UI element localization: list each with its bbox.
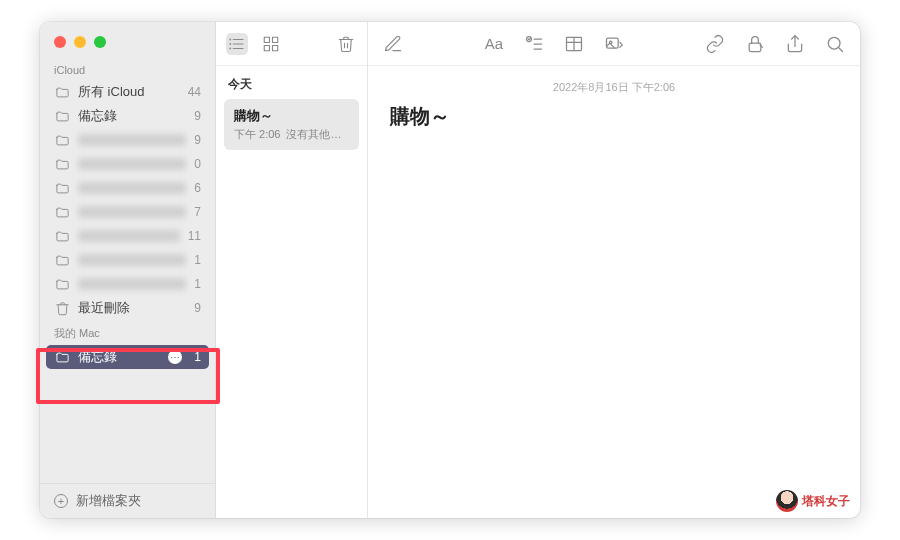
folder-icon	[54, 204, 70, 220]
folder-icon	[54, 276, 70, 292]
compose-icon[interactable]	[382, 33, 404, 55]
folder-count: 7	[194, 205, 201, 219]
table-icon[interactable]	[563, 33, 585, 55]
sidebar-item-folder[interactable]: 所有 iCloud 44	[40, 80, 215, 104]
folder-label	[78, 182, 186, 194]
grid-view-icon[interactable]	[260, 33, 282, 55]
note-timestamp: 2022年8月16日 下午2:06	[390, 80, 838, 95]
sidebar-item-trash[interactable]: 最近刪除 9	[40, 296, 215, 320]
folder-count: 6	[194, 181, 201, 195]
app-window: iCloud 所有 iCloud 44 備忘錄 9 9 0 6	[40, 22, 860, 518]
folder-icon	[54, 108, 70, 124]
note-item-title: 購物～	[234, 107, 349, 125]
sidebar-section-label: iCloud	[40, 58, 215, 80]
folder-count: 1	[194, 350, 201, 364]
svg-point-3	[230, 39, 231, 40]
media-icon[interactable]	[603, 33, 625, 55]
close-window-button[interactable]	[54, 36, 66, 48]
trash-icon[interactable]	[335, 33, 357, 55]
folder-label	[78, 278, 186, 290]
note-item-time: 下午 2:06	[234, 127, 280, 142]
svg-rect-7	[273, 37, 278, 42]
folder-label: 備忘錄	[78, 107, 186, 125]
folder-icon	[54, 132, 70, 148]
sidebar-item-folder[interactable]: 1	[40, 272, 215, 296]
folder-icon	[54, 156, 70, 172]
folder-count: 9	[194, 301, 201, 315]
lock-icon[interactable]	[744, 33, 766, 55]
folder-label	[78, 230, 180, 242]
sidebar-item-folder[interactable]: 1	[40, 248, 215, 272]
folder-icon	[54, 252, 70, 268]
svg-point-4	[230, 43, 231, 44]
search-icon[interactable]	[824, 33, 846, 55]
folder-icon	[54, 349, 70, 365]
sidebar-item-folder[interactable]: 7	[40, 200, 215, 224]
folder-count: 1	[194, 253, 201, 267]
folder-label	[78, 158, 186, 170]
notes-date-header: 今天	[216, 66, 367, 99]
folder-label: 備忘錄	[78, 348, 160, 366]
list-view-icon[interactable]	[226, 33, 248, 55]
svg-rect-19	[749, 43, 761, 51]
folder-icon	[54, 228, 70, 244]
folder-count: 44	[188, 85, 201, 99]
link-icon[interactable]	[704, 33, 726, 55]
maximize-window-button[interactable]	[94, 36, 106, 48]
format-text-icon[interactable]: Aa	[483, 33, 505, 55]
note-title: 購物～	[390, 103, 838, 130]
editor-column: Aa	[368, 22, 860, 518]
folder-label: 最近刪除	[78, 299, 186, 317]
folder-count: 9	[194, 133, 201, 147]
sidebar-item-folder[interactable]: 備忘錄 9	[40, 104, 215, 128]
editor-body[interactable]: 2022年8月16日 下午2:06 購物～ 塔科女子	[368, 66, 860, 518]
sidebar-item-folder[interactable]: 0	[40, 152, 215, 176]
folder-label	[78, 254, 186, 266]
folder-label	[78, 206, 186, 218]
sidebar-item-folder[interactable]: 11	[40, 224, 215, 248]
sidebar-item-folder[interactable]: 9	[40, 128, 215, 152]
editor-toolbar: Aa	[368, 22, 860, 66]
folder-count: 1	[194, 277, 201, 291]
sidebar-item-folder[interactable]: 6	[40, 176, 215, 200]
folder-label: 所有 iCloud	[78, 83, 180, 101]
folder-count: 0	[194, 157, 201, 171]
trash-icon	[54, 300, 70, 316]
new-folder-button[interactable]: + 新增檔案夾	[40, 483, 215, 518]
more-icon[interactable]: ⋯	[168, 350, 182, 364]
svg-rect-8	[264, 45, 269, 50]
sidebar-section-label: 我的 Mac	[40, 320, 215, 345]
share-icon[interactable]	[784, 33, 806, 55]
folder-icon	[54, 180, 70, 196]
checklist-icon[interactable]	[523, 33, 545, 55]
folder-count: 11	[188, 229, 201, 243]
folder-icon	[54, 84, 70, 100]
plus-circle-icon: +	[54, 494, 68, 508]
watermark: 塔科女子	[776, 490, 850, 512]
svg-rect-9	[273, 45, 278, 50]
svg-line-22	[839, 47, 843, 51]
note-item-preview: 沒有其他…	[286, 127, 341, 142]
new-folder-label: 新增檔案夾	[76, 492, 141, 510]
sidebar: iCloud 所有 iCloud 44 備忘錄 9 9 0 6	[40, 22, 216, 518]
minimize-window-button[interactable]	[74, 36, 86, 48]
watermark-text: 塔科女子	[802, 493, 850, 510]
sidebar-item-folder[interactable]: 備忘錄 ⋯ 1	[46, 345, 209, 369]
watermark-avatar-icon	[776, 490, 798, 512]
svg-rect-6	[264, 37, 269, 42]
folder-label	[78, 134, 186, 146]
window-controls	[40, 22, 215, 58]
folder-count: 9	[194, 109, 201, 123]
list-toolbar	[216, 22, 367, 66]
svg-point-5	[230, 48, 231, 49]
note-list-item[interactable]: 購物～ 下午 2:06 沒有其他…	[224, 99, 359, 150]
svg-point-21	[828, 37, 840, 49]
notes-list-column: 今天 購物～ 下午 2:06 沒有其他…	[216, 22, 368, 518]
